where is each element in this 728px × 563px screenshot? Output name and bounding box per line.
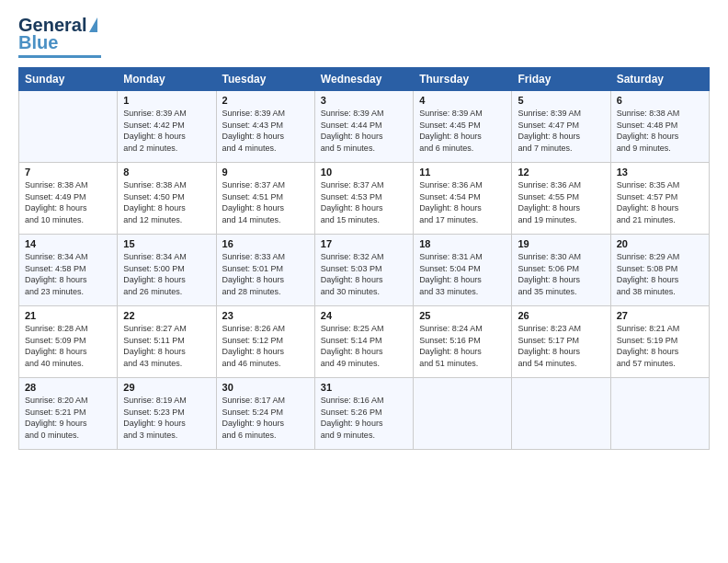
day-number: 19: [518, 238, 604, 249]
cell-info: Sunrise: 8:39 AMSunset: 4:47 PMDaylight:…: [518, 108, 604, 154]
calendar-cell: 11Sunrise: 8:36 AMSunset: 4:54 PMDayligh…: [414, 163, 512, 235]
weekday-header-sunday: Sunday: [19, 68, 118, 91]
calendar-cell: 29Sunrise: 8:19 AMSunset: 5:23 PMDayligh…: [118, 378, 216, 450]
calendar-cell: 16Sunrise: 8:33 AMSunset: 5:01 PMDayligh…: [216, 235, 314, 306]
weekday-header-wednesday: Wednesday: [314, 68, 413, 91]
calendar-table: SundayMondayTuesdayWednesdayThursdayFrid…: [18, 67, 710, 450]
calendar-week-row: 21Sunrise: 8:28 AMSunset: 5:09 PMDayligh…: [19, 306, 710, 378]
cell-info: Sunrise: 8:34 AMSunset: 4:58 PMDaylight:…: [25, 251, 111, 297]
day-number: 6: [617, 95, 703, 106]
calendar-cell: 20Sunrise: 8:29 AMSunset: 5:08 PMDayligh…: [610, 235, 709, 306]
calendar-cell: 12Sunrise: 8:36 AMSunset: 4:55 PMDayligh…: [512, 163, 610, 235]
calendar-cell: 2Sunrise: 8:39 AMSunset: 4:43 PMDaylight…: [216, 91, 314, 163]
calendar-cell: 3Sunrise: 8:39 AMSunset: 4:44 PMDaylight…: [314, 91, 413, 163]
calendar-cell: [610, 378, 709, 450]
day-number: 27: [617, 310, 703, 321]
day-number: 8: [123, 167, 210, 178]
day-number: 10: [321, 167, 407, 178]
cell-info: Sunrise: 8:34 AMSunset: 5:00 PMDaylight:…: [123, 251, 210, 297]
cell-info: Sunrise: 8:30 AMSunset: 5:06 PMDaylight:…: [518, 251, 604, 297]
day-number: 28: [25, 382, 111, 393]
calendar-cell: 6Sunrise: 8:38 AMSunset: 4:48 PMDaylight…: [610, 91, 709, 163]
logo-underline: [18, 55, 101, 58]
cell-info: Sunrise: 8:37 AMSunset: 4:51 PMDaylight:…: [222, 179, 309, 225]
header: General Blue: [18, 15, 710, 58]
day-number: 23: [222, 310, 309, 321]
day-number: 12: [518, 167, 604, 178]
calendar-cell: 1Sunrise: 8:39 AMSunset: 4:42 PMDaylight…: [118, 91, 216, 163]
day-number: 7: [25, 167, 111, 178]
weekday-header-tuesday: Tuesday: [216, 68, 314, 91]
calendar-week-row: 7Sunrise: 8:38 AMSunset: 4:49 PMDaylight…: [19, 163, 710, 235]
cell-info: Sunrise: 8:17 AMSunset: 5:24 PMDaylight:…: [222, 395, 309, 441]
weekday-header-saturday: Saturday: [610, 68, 709, 91]
day-number: 5: [518, 95, 604, 106]
cell-info: Sunrise: 8:29 AMSunset: 5:08 PMDaylight:…: [617, 251, 703, 297]
calendar-cell: 7Sunrise: 8:38 AMSunset: 4:49 PMDaylight…: [19, 163, 118, 235]
calendar-cell: 4Sunrise: 8:39 AMSunset: 4:45 PMDaylight…: [414, 91, 512, 163]
cell-info: Sunrise: 8:26 AMSunset: 5:12 PMDaylight:…: [222, 323, 309, 369]
day-number: 13: [617, 167, 703, 178]
calendar-cell: 18Sunrise: 8:31 AMSunset: 5:04 PMDayligh…: [414, 235, 512, 306]
day-number: 11: [419, 167, 506, 178]
weekday-header-thursday: Thursday: [414, 68, 512, 91]
day-number: 16: [222, 238, 309, 249]
day-number: 15: [123, 238, 210, 249]
cell-info: Sunrise: 8:21 AMSunset: 5:19 PMDaylight:…: [617, 323, 703, 369]
cell-info: Sunrise: 8:38 AMSunset: 4:48 PMDaylight:…: [617, 108, 703, 154]
calendar-cell: [19, 91, 118, 163]
calendar-cell: [414, 378, 512, 450]
calendar-cell: 26Sunrise: 8:23 AMSunset: 5:17 PMDayligh…: [512, 306, 610, 378]
day-number: 18: [419, 238, 506, 249]
calendar-week-row: 14Sunrise: 8:34 AMSunset: 4:58 PMDayligh…: [19, 235, 710, 306]
calendar-week-row: 1Sunrise: 8:39 AMSunset: 4:42 PMDaylight…: [19, 91, 710, 163]
day-number: 1: [123, 95, 210, 106]
cell-info: Sunrise: 8:32 AMSunset: 5:03 PMDaylight:…: [321, 251, 407, 297]
page: General Blue SundayMondayTuesdayWednesda…: [0, 0, 728, 563]
weekday-header-friday: Friday: [512, 68, 610, 91]
logo-triangle-icon: [89, 17, 97, 32]
cell-info: Sunrise: 8:36 AMSunset: 4:54 PMDaylight:…: [419, 179, 506, 225]
cell-info: Sunrise: 8:27 AMSunset: 5:11 PMDaylight:…: [123, 323, 210, 369]
calendar-cell: 10Sunrise: 8:37 AMSunset: 4:53 PMDayligh…: [314, 163, 413, 235]
cell-info: Sunrise: 8:35 AMSunset: 4:57 PMDaylight:…: [617, 179, 703, 225]
calendar-cell: 22Sunrise: 8:27 AMSunset: 5:11 PMDayligh…: [118, 306, 216, 378]
calendar-cell: 15Sunrise: 8:34 AMSunset: 5:00 PMDayligh…: [118, 235, 216, 306]
cell-info: Sunrise: 8:39 AMSunset: 4:43 PMDaylight:…: [222, 108, 309, 154]
cell-info: Sunrise: 8:38 AMSunset: 4:49 PMDaylight:…: [25, 179, 111, 225]
cell-info: Sunrise: 8:37 AMSunset: 4:53 PMDaylight:…: [321, 179, 407, 225]
calendar-cell: 30Sunrise: 8:17 AMSunset: 5:24 PMDayligh…: [216, 378, 314, 450]
day-number: 22: [123, 310, 210, 321]
day-number: 14: [25, 238, 111, 249]
cell-info: Sunrise: 8:36 AMSunset: 4:55 PMDaylight:…: [518, 179, 604, 225]
day-number: 21: [25, 310, 111, 321]
day-number: 9: [222, 167, 309, 178]
cell-info: Sunrise: 8:39 AMSunset: 4:44 PMDaylight:…: [321, 108, 407, 154]
weekday-header-row: SundayMondayTuesdayWednesdayThursdayFrid…: [19, 68, 710, 91]
calendar-cell: 23Sunrise: 8:26 AMSunset: 5:12 PMDayligh…: [216, 306, 314, 378]
calendar-cell: 8Sunrise: 8:38 AMSunset: 4:50 PMDaylight…: [118, 163, 216, 235]
day-number: 17: [321, 238, 407, 249]
cell-info: Sunrise: 8:25 AMSunset: 5:14 PMDaylight:…: [321, 323, 407, 369]
logo-blue: Blue: [18, 32, 58, 53]
calendar-cell: 27Sunrise: 8:21 AMSunset: 5:19 PMDayligh…: [610, 306, 709, 378]
cell-info: Sunrise: 8:38 AMSunset: 4:50 PMDaylight:…: [123, 179, 210, 225]
day-number: 30: [222, 382, 309, 393]
day-number: 26: [518, 310, 604, 321]
calendar-cell: 25Sunrise: 8:24 AMSunset: 5:16 PMDayligh…: [414, 306, 512, 378]
cell-info: Sunrise: 8:33 AMSunset: 5:01 PMDaylight:…: [222, 251, 309, 297]
cell-info: Sunrise: 8:20 AMSunset: 5:21 PMDaylight:…: [25, 395, 111, 441]
calendar-cell: 31Sunrise: 8:16 AMSunset: 5:26 PMDayligh…: [314, 378, 413, 450]
day-number: 4: [419, 95, 506, 106]
cell-info: Sunrise: 8:23 AMSunset: 5:17 PMDaylight:…: [518, 323, 604, 369]
calendar-cell: 24Sunrise: 8:25 AMSunset: 5:14 PMDayligh…: [314, 306, 413, 378]
calendar-cell: 17Sunrise: 8:32 AMSunset: 5:03 PMDayligh…: [314, 235, 413, 306]
calendar-cell: 14Sunrise: 8:34 AMSunset: 4:58 PMDayligh…: [19, 235, 118, 306]
calendar-cell: 5Sunrise: 8:39 AMSunset: 4:47 PMDaylight…: [512, 91, 610, 163]
cell-info: Sunrise: 8:28 AMSunset: 5:09 PMDaylight:…: [25, 323, 111, 369]
logo: General Blue: [18, 15, 101, 58]
cell-info: Sunrise: 8:39 AMSunset: 4:45 PMDaylight:…: [419, 108, 506, 154]
calendar-cell: 9Sunrise: 8:37 AMSunset: 4:51 PMDaylight…: [216, 163, 314, 235]
calendar-cell: 21Sunrise: 8:28 AMSunset: 5:09 PMDayligh…: [19, 306, 118, 378]
cell-info: Sunrise: 8:39 AMSunset: 4:42 PMDaylight:…: [123, 108, 210, 154]
